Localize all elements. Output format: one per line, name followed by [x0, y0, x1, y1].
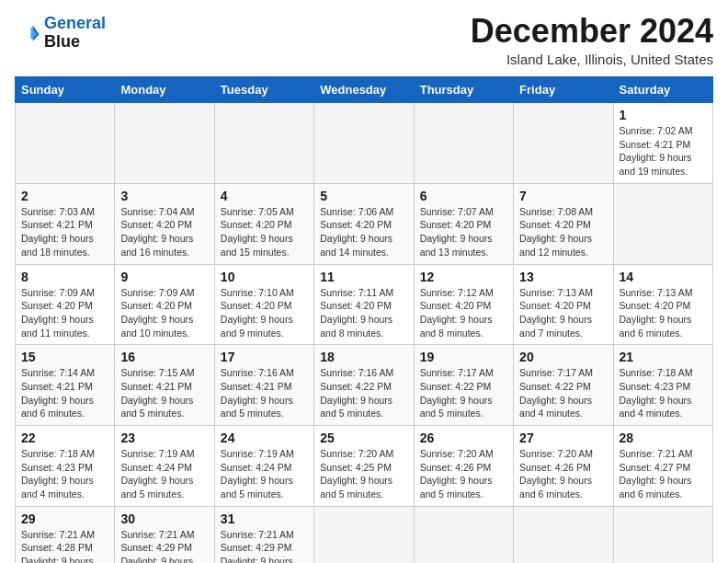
column-header-friday: Friday	[514, 77, 613, 103]
calendar-cell	[314, 103, 414, 184]
calendar-cell: 7 Sunrise: 7:08 AMSunset: 4:20 PMDayligh…	[514, 183, 613, 264]
day-number: 25	[320, 431, 407, 445]
calendar-cell: 30 Sunrise: 7:21 AMSunset: 4:29 PMDaylig…	[115, 506, 214, 563]
day-number: 15	[21, 350, 108, 364]
calendar-cell	[314, 506, 414, 563]
day-number: 28	[620, 431, 707, 445]
calendar-cell: 13 Sunrise: 7:13 AMSunset: 4:20 PMDaylig…	[514, 264, 613, 345]
calendar-cell	[214, 103, 313, 184]
logo: General Blue	[15, 15, 106, 52]
day-number: 21	[620, 350, 707, 364]
calendar-cell	[613, 506, 712, 563]
day-number: 22	[21, 431, 108, 445]
day-info: Sunrise: 7:13 AMSunset: 4:20 PMDaylight:…	[519, 287, 593, 339]
day-number: 4	[221, 189, 308, 203]
day-number: 1	[620, 108, 707, 122]
day-info: Sunrise: 7:02 AMSunset: 4:21 PMDaylight:…	[620, 125, 693, 177]
calendar-cell: 3 Sunrise: 7:04 AMSunset: 4:20 PMDayligh…	[115, 183, 214, 264]
day-info: Sunrise: 7:08 AMSunset: 4:20 PMDaylight:…	[519, 206, 593, 258]
day-info: Sunrise: 7:18 AMSunset: 4:23 PMDaylight:…	[620, 367, 693, 419]
calendar-week-6: 29 Sunrise: 7:21 AMSunset: 4:28 PMDaylig…	[16, 506, 713, 563]
day-number: 9	[120, 270, 208, 284]
calendar-week-1: 1 Sunrise: 7:02 AMSunset: 4:21 PMDayligh…	[16, 103, 713, 184]
day-number: 24	[221, 431, 308, 445]
calendar-cell: 14 Sunrise: 7:13 AMSunset: 4:20 PMDaylig…	[613, 264, 712, 345]
day-number: 14	[620, 270, 707, 284]
calendar-cell: 27 Sunrise: 7:20 AMSunset: 4:26 PMDaylig…	[514, 426, 613, 507]
day-info: Sunrise: 7:14 AMSunset: 4:21 PMDaylight:…	[21, 367, 95, 419]
logo-text-general: General	[44, 15, 106, 33]
calendar-cell: 8 Sunrise: 7:09 AMSunset: 4:20 PMDayligh…	[16, 264, 115, 345]
day-number: 7	[519, 189, 607, 203]
calendar-header-row: SundayMondayTuesdayWednesdayThursdayFrid…	[16, 77, 713, 103]
day-info: Sunrise: 7:03 AMSunset: 4:21 PMDaylight:…	[21, 206, 95, 258]
day-number: 17	[221, 350, 308, 364]
calendar-cell: 23 Sunrise: 7:19 AMSunset: 4:24 PMDaylig…	[115, 426, 214, 507]
day-info: Sunrise: 7:04 AMSunset: 4:20 PMDaylight:…	[120, 206, 194, 258]
calendar-cell: 22 Sunrise: 7:18 AMSunset: 4:23 PMDaylig…	[16, 426, 115, 507]
calendar-cell: 11 Sunrise: 7:11 AMSunset: 4:20 PMDaylig…	[314, 264, 414, 345]
page-header: General Blue December 2024 Island Lake, …	[15, 15, 713, 67]
day-info: Sunrise: 7:17 AMSunset: 4:22 PMDaylight:…	[519, 367, 593, 419]
day-number: 8	[21, 270, 108, 284]
day-number: 5	[320, 189, 407, 203]
calendar-cell: 21 Sunrise: 7:18 AMSunset: 4:23 PMDaylig…	[613, 345, 712, 426]
logo-icon	[15, 20, 40, 46]
day-info: Sunrise: 7:21 AMSunset: 4:29 PMDaylight:…	[120, 529, 194, 563]
calendar-table: SundayMondayTuesdayWednesdayThursdayFrid…	[15, 76, 713, 563]
day-info: Sunrise: 7:15 AMSunset: 4:21 PMDaylight:…	[120, 367, 194, 419]
day-number: 16	[120, 350, 208, 364]
day-info: Sunrise: 7:21 AMSunset: 4:28 PMDaylight:…	[21, 529, 95, 563]
day-number: 19	[420, 350, 507, 364]
day-info: Sunrise: 7:20 AMSunset: 4:26 PMDaylight:…	[519, 448, 593, 500]
calendar-cell: 1 Sunrise: 7:02 AMSunset: 4:21 PMDayligh…	[613, 103, 712, 184]
calendar-cell	[414, 506, 513, 563]
column-header-monday: Monday	[115, 77, 214, 103]
calendar-cell: 15 Sunrise: 7:14 AMSunset: 4:21 PMDaylig…	[16, 345, 115, 426]
column-header-saturday: Saturday	[613, 77, 712, 103]
calendar-cell: 12 Sunrise: 7:12 AMSunset: 4:20 PMDaylig…	[414, 264, 513, 345]
day-number: 30	[120, 511, 208, 526]
calendar-cell	[414, 103, 513, 184]
month-title: December 2024	[471, 15, 713, 48]
day-info: Sunrise: 7:06 AMSunset: 4:20 PMDaylight:…	[320, 206, 393, 258]
day-info: Sunrise: 7:21 AMSunset: 4:29 PMDaylight:…	[221, 529, 294, 563]
day-info: Sunrise: 7:20 AMSunset: 4:26 PMDaylight:…	[420, 448, 494, 500]
day-info: Sunrise: 7:16 AMSunset: 4:22 PMDaylight:…	[320, 367, 393, 419]
calendar-cell: 26 Sunrise: 7:20 AMSunset: 4:26 PMDaylig…	[414, 426, 513, 507]
calendar-cell: 24 Sunrise: 7:19 AMSunset: 4:24 PMDaylig…	[214, 426, 313, 507]
calendar-week-2: 2 Sunrise: 7:03 AMSunset: 4:21 PMDayligh…	[16, 183, 713, 264]
day-number: 18	[320, 350, 407, 364]
calendar-cell: 16 Sunrise: 7:15 AMSunset: 4:21 PMDaylig…	[115, 345, 214, 426]
calendar-week-5: 22 Sunrise: 7:18 AMSunset: 4:23 PMDaylig…	[16, 426, 713, 507]
calendar-cell	[613, 183, 712, 264]
day-info: Sunrise: 7:05 AMSunset: 4:20 PMDaylight:…	[221, 206, 294, 258]
day-info: Sunrise: 7:18 AMSunset: 4:23 PMDaylight:…	[21, 448, 95, 500]
logo-text-blue: Blue	[44, 33, 106, 52]
day-info: Sunrise: 7:10 AMSunset: 4:20 PMDaylight:…	[221, 287, 294, 339]
calendar-cell: 20 Sunrise: 7:17 AMSunset: 4:22 PMDaylig…	[514, 345, 613, 426]
calendar-cell: 10 Sunrise: 7:10 AMSunset: 4:20 PMDaylig…	[214, 264, 313, 345]
title-area: December 2024 Island Lake, Illinois, Uni…	[471, 15, 713, 67]
calendar-week-3: 8 Sunrise: 7:09 AMSunset: 4:20 PMDayligh…	[16, 264, 713, 345]
day-info: Sunrise: 7:19 AMSunset: 4:24 PMDaylight:…	[120, 448, 194, 500]
day-info: Sunrise: 7:20 AMSunset: 4:25 PMDaylight:…	[320, 448, 393, 500]
calendar-cell: 28 Sunrise: 7:21 AMSunset: 4:27 PMDaylig…	[613, 426, 712, 507]
day-number: 13	[519, 270, 607, 284]
day-number: 6	[420, 189, 507, 203]
calendar-cell	[514, 103, 613, 184]
calendar-body: 1 Sunrise: 7:02 AMSunset: 4:21 PMDayligh…	[16, 103, 713, 564]
column-header-tuesday: Tuesday	[214, 77, 313, 103]
day-info: Sunrise: 7:16 AMSunset: 4:21 PMDaylight:…	[221, 367, 294, 419]
day-number: 26	[420, 431, 507, 445]
column-header-sunday: Sunday	[16, 77, 115, 103]
calendar-cell	[115, 103, 214, 184]
day-number: 3	[120, 189, 208, 203]
day-info: Sunrise: 7:19 AMSunset: 4:24 PMDaylight:…	[221, 448, 294, 500]
calendar-cell: 2 Sunrise: 7:03 AMSunset: 4:21 PMDayligh…	[16, 183, 115, 264]
calendar-cell: 4 Sunrise: 7:05 AMSunset: 4:20 PMDayligh…	[214, 183, 313, 264]
day-number: 2	[21, 189, 108, 203]
day-number: 29	[21, 511, 108, 526]
location-title: Island Lake, Illinois, United States	[471, 52, 713, 67]
column-header-wednesday: Wednesday	[314, 77, 414, 103]
